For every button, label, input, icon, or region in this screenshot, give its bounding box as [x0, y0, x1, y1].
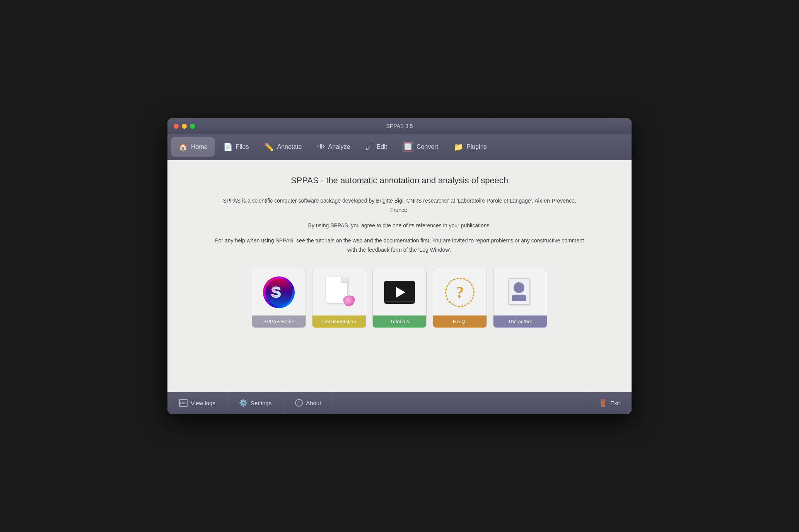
nav-files-label: Files: [236, 143, 249, 150]
card-the-author-label: The author: [493, 315, 547, 327]
description-1: SPPAS is a scientific computer software …: [214, 196, 585, 215]
svg-text:S: S: [271, 284, 281, 300]
nav-convert-label: Convert: [417, 143, 438, 150]
main-content: SPPAS - the automatic annotation and ana…: [167, 160, 632, 392]
nav-home-label: Home: [191, 143, 208, 150]
close-button[interactable]: [174, 124, 179, 129]
nav-annotate-label: Annotate: [277, 143, 302, 150]
description-2: By using SPPAS, you agree to cite one of…: [214, 221, 585, 230]
nav-plugins-label: Plugins: [466, 143, 487, 150]
nav-annotate[interactable]: ✏️ Annotate: [257, 137, 309, 157]
card-sppas-home-label: SPPAS Home: [252, 315, 306, 327]
files-icon: 📄: [223, 143, 233, 151]
settings-label: Settings: [251, 400, 271, 406]
log-icon: LOG: [179, 399, 188, 407]
plugins-icon: 📁: [454, 143, 463, 151]
view-logs-label: View logs: [191, 400, 215, 406]
settings-button[interactable]: ⚙️ Settings: [227, 392, 283, 414]
card-icon-faq: ?: [433, 269, 487, 315]
card-icon-tutorials: [373, 269, 426, 315]
nav-files[interactable]: 📄 Files: [216, 137, 256, 157]
about-label: About: [306, 400, 321, 406]
card-sppas-home[interactable]: S S: [252, 269, 306, 328]
exit-label: Exit: [610, 400, 620, 406]
annotate-icon: ✏️: [264, 143, 274, 151]
about-button[interactable]: i About: [283, 392, 333, 414]
exit-button[interactable]: 🚪 Exit: [587, 392, 632, 414]
bottombar: LOG View logs ⚙️ Settings i About 🚪 Exit: [167, 392, 632, 414]
convert-icon: ⬜: [403, 142, 413, 152]
view-logs-button[interactable]: LOG View logs: [167, 392, 227, 414]
nav-convert[interactable]: ⬜ Convert: [396, 137, 445, 157]
nav-analyze[interactable]: 👁 Analyze: [311, 137, 357, 157]
nav-edit-label: Edit: [376, 143, 387, 150]
edit-icon: 🖊: [365, 143, 373, 151]
card-tutorials[interactable]: Tutorials: [372, 269, 427, 328]
maximize-button[interactable]: [190, 124, 195, 129]
nav-plugins[interactable]: 📁 Plugins: [447, 137, 493, 157]
minimize-button[interactable]: [182, 124, 187, 129]
card-tutorials-label: Tutorials: [373, 315, 426, 327]
about-icon: i: [295, 399, 303, 407]
titlebar: SPPAS 3.5: [167, 118, 632, 134]
card-icon-doc: [312, 269, 366, 315]
app-window: SPPAS 3.5 🏠 Home 📄 Files ✏️ Annotate 👁 A…: [167, 118, 632, 414]
description-3: For any help when using SPPAS, see the t…: [214, 236, 585, 255]
card-faq-label: F.A.Q.: [433, 315, 487, 327]
exit-icon: 🚪: [599, 399, 607, 407]
cards-row: S S: [191, 269, 608, 328]
nav-home[interactable]: 🏠 Home: [171, 137, 215, 157]
titlebar-buttons: [174, 124, 195, 129]
card-faq[interactable]: ? F.A.Q.: [433, 269, 487, 328]
card-icon-sppas: S S: [252, 269, 306, 315]
card-icon-author: [493, 269, 547, 315]
main-title: SPPAS - the automatic annotation and ana…: [191, 176, 608, 186]
card-documentation-label: Documentation: [312, 315, 366, 327]
home-icon: 🏠: [178, 143, 188, 151]
window-title: SPPAS 3.5: [386, 123, 413, 129]
card-documentation[interactable]: Documentation: [312, 269, 366, 328]
card-the-author[interactable]: The author: [493, 269, 547, 328]
navbar: 🏠 Home 📄 Files ✏️ Annotate 👁 Analyze 🖊 E…: [167, 134, 632, 160]
settings-icon: ⚙️: [239, 399, 248, 407]
nav-edit[interactable]: 🖊 Edit: [359, 137, 394, 157]
nav-analyze-label: Analyze: [328, 143, 350, 150]
analyze-icon: 👁: [318, 143, 325, 151]
log-icon-box: LOG: [179, 399, 188, 407]
